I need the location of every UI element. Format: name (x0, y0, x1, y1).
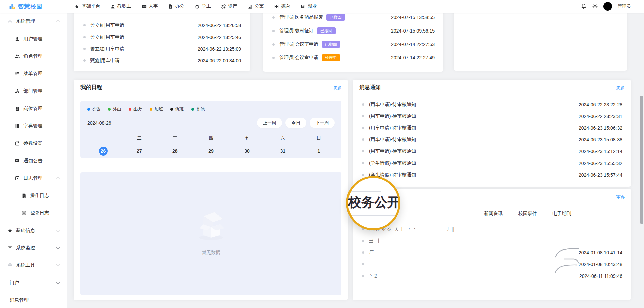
nav-item-student-affairs[interactable]: 学工 (195, 3, 211, 9)
affairs-list-item[interactable]: 厂 2024-01-08 10:41:14 (353, 247, 631, 258)
messages-list: (用车申请)-待审核通知 2024-06-22 23:22:28 (用车申请)-… (353, 96, 631, 181)
legend-item: 会议 (87, 106, 101, 112)
sidebar-item-login-log[interactable]: 登录日志 (0, 204, 67, 222)
chevron-up-icon (56, 177, 60, 181)
legend-dot-icon (87, 108, 90, 111)
application-text: 管理员|会议室申请 (279, 55, 318, 61)
partial-text: 丿|| (447, 226, 455, 232)
message-list-item[interactable]: (用车申请)-待审核通知 2024-06-23 15:08:38 (353, 134, 631, 145)
calendar-date-selected[interactable]: 26 (99, 147, 108, 156)
nav-item-staff[interactable]: 教职工 (110, 3, 131, 9)
sidebar-item-message-management[interactable]: 消息管理 (0, 292, 67, 308)
message-list-item[interactable]: (学生请假)-待审核通知 2024-06-23 15:57:44 (353, 169, 631, 181)
calendar-date[interactable]: 28 (171, 147, 179, 156)
approval-time: 2024-06-22 13:26:58 (198, 23, 241, 28)
status-badge: 已撤回 (317, 27, 336, 34)
legend-dot-icon (129, 108, 131, 111)
sidebar-item-portal[interactable]: 门户 (0, 274, 67, 292)
user-name[interactable]: 管理员 (618, 3, 631, 9)
calendar-date[interactable]: 27 (135, 147, 144, 156)
next-week-button[interactable]: 下一周 (310, 118, 335, 128)
nav-item-office[interactable]: 办公 (168, 3, 184, 9)
sidebar-item-notice-announcement[interactable]: 通知公告 (0, 152, 67, 170)
message-list-item[interactable]: (用车申请)-待审核通知 2024-06-22 23:23:31 (353, 110, 631, 122)
tab-campus-events[interactable]: 校园事件 (518, 211, 537, 217)
calendar-date[interactable]: 29 (207, 147, 215, 156)
message-text: (用车申请)-待审核通知 (369, 102, 416, 108)
bell-icon[interactable] (581, 3, 587, 9)
sidebar-item-system-monitor[interactable]: 系统监控 (0, 239, 67, 257)
calendar-date[interactable]: 1 (314, 147, 323, 156)
message-text: (用车申请)-待审核通知 (369, 148, 416, 155)
app-logo[interactable]: 智慧校园 (9, 0, 42, 13)
sidebar-item-menu-management[interactable]: 菜单管理 (0, 65, 67, 82)
sidebar-item-log-management[interactable]: 日志管理 (0, 170, 67, 187)
sidebar-item-operation-log[interactable]: 操作日志 (0, 187, 67, 204)
lens-magnified-title: 校务公开 (348, 193, 398, 211)
sidebar-item-basic-info[interactable]: 基础信息 (0, 222, 67, 239)
settings-gear-icon[interactable] (592, 3, 598, 9)
sidebar-item-department-management[interactable]: 部门管理 (0, 82, 67, 100)
sidebar-item-system-management[interactable]: 系统管理 (0, 13, 67, 30)
nav-item-assets[interactable]: 资产 (221, 3, 237, 9)
message-list-item[interactable]: (用车申请)-待审核通知 2024-06-23 15:06:32 (353, 122, 631, 134)
nav-more-button[interactable]: ··· (327, 4, 333, 9)
approval-text: 曾立红|用车申请 (90, 46, 124, 52)
day-header: 二 (137, 135, 142, 141)
affairs-list-item[interactable]: 彐 丨 (353, 235, 631, 247)
message-list-item[interactable]: (用车申请)-待审核通知 2024-06-22 23:22:28 (353, 99, 631, 110)
sidebar-item-role-management[interactable]: 角色管理 (0, 48, 67, 65)
calendar-date[interactable]: 31 (278, 147, 287, 156)
sidebar-item-dictionary-management[interactable]: 字典管理 (0, 117, 67, 135)
prev-week-button[interactable]: 上一周 (257, 118, 282, 128)
tab-e-journal[interactable]: 电子期刊 (552, 211, 571, 217)
sidebar-item-system-tools[interactable]: 系统工具 (0, 257, 67, 274)
schedule-empty-panel: 暂无数据 (80, 172, 341, 295)
application-list-item[interactable]: 管理员|会议室申请 已撤回 2024-07-14 22:27:53 (263, 38, 443, 51)
day-header: 三 (173, 135, 177, 141)
sidebar-item-user-management[interactable]: 用户管理 (0, 30, 67, 48)
nav-item-base-platform[interactable]: 基础平台 (74, 3, 100, 9)
schedule-more-link[interactable]: 更多 (333, 85, 342, 91)
legend-label: 外出 (113, 106, 121, 112)
today-button[interactable]: 今日 (285, 118, 306, 128)
application-list-item[interactable]: 管理员|教材征订 已撤回 2024-07-15 09:56:15 (263, 24, 443, 38)
application-list-item[interactable]: 管理员|会议室申请 处理中 2024-07-14 22:27:49 (263, 51, 443, 64)
sidebar-item-parameter-settings[interactable]: 参数设置 (0, 135, 67, 152)
approval-list-item[interactable]: 曾立红|用车申请 2024-06-22 13:25:46 (74, 31, 250, 43)
affairs-list-item[interactable]: 彑山 歹夕 关丨 丶丶 丿|| (353, 223, 631, 235)
chevron-down-icon (56, 263, 60, 266)
user-avatar[interactable] (603, 2, 612, 11)
affairs-more-link[interactable]: 更多 (616, 194, 625, 200)
approval-list-item[interactable]: 甄鑫|用车申请 2024-06-22 00:34:00 (74, 55, 250, 66)
partial-text: 厂 (369, 250, 374, 256)
nav-item-apartment[interactable]: 公寓 (248, 3, 264, 9)
calendar-date[interactable]: 30 (243, 147, 251, 156)
message-time: 2024-06-23 15:12:14 (579, 149, 622, 154)
card-title: 消息通知 (359, 84, 381, 91)
nav-item-hr[interactable]: 人事 (142, 3, 158, 9)
status-badge: 处理中 (322, 54, 340, 61)
affairs-list-item[interactable]: 2024-01-08 10:43:48 (353, 258, 631, 270)
message-list-item[interactable]: (学生请假)-待审核通知 2024-06-23 15:55:32 (353, 157, 631, 169)
top-navbar: 智慧校园 基础平台 教职工 人事 办公 学工 资产 公寓 德育 就业 ··· 管… (0, 0, 644, 13)
nav-item-moral-education[interactable]: 德育 (274, 3, 290, 9)
affairs-list-item[interactable]: 丶2 · 2024-06-11 11:09:46 (353, 270, 631, 282)
approval-list-item[interactable]: 曾立红|用车申请 2024-06-22 13:25:09 (74, 43, 250, 55)
sidebar: 系统管理 用户管理 角色管理 菜单管理 部门管理 岗位管理 字典管理 参数设置 … (0, 13, 67, 308)
legend-item: 值班 (170, 106, 184, 112)
bullet-icon (272, 43, 275, 46)
tab-news[interactable]: 新闻资讯 (484, 211, 503, 217)
vertical-scrollbar-thumb[interactable] (640, 96, 643, 224)
application-list-item[interactable]: 管理员|医务药品报废 已撤回 2024-07-15 13:58:55 (263, 11, 443, 24)
day-header: 一 (101, 135, 106, 141)
application-time: 2024-07-14 22:27:49 (391, 55, 435, 60)
messages-more-link[interactable]: 更多 (616, 85, 625, 91)
approval-list-item[interactable]: 曾立红|用车申请 2024-06-22 13:26:58 (74, 19, 250, 31)
approval-text: 甄鑫|用车申请 (90, 58, 120, 64)
student-icon (195, 4, 200, 9)
log-icon (15, 176, 20, 181)
message-list-item[interactable]: (用车申请)-待审核通知 2024-06-23 15:12:14 (353, 145, 631, 157)
nav-item-employment[interactable]: 就业 (301, 3, 317, 9)
sidebar-item-post-management[interactable]: 岗位管理 (0, 100, 67, 117)
